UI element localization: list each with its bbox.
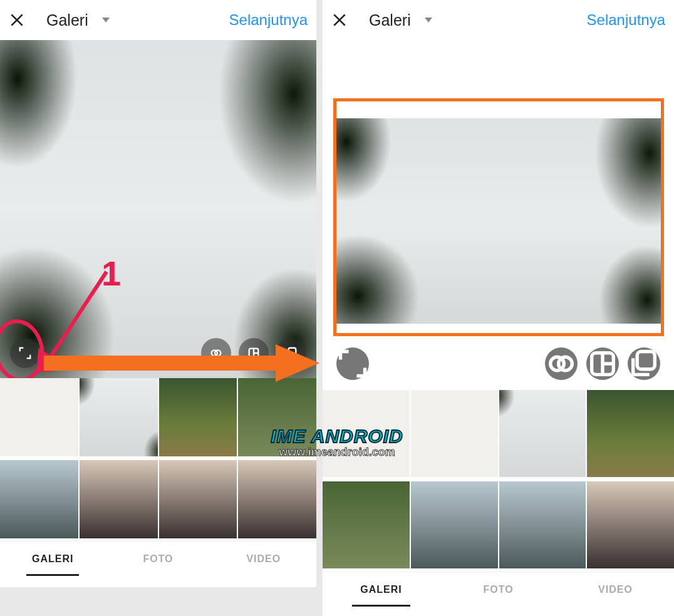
crop-frame-highlight (333, 98, 664, 336)
thumbnail[interactable] (499, 390, 586, 477)
thumbnail[interactable] (159, 460, 237, 538)
multi-select-button[interactable] (628, 347, 660, 380)
expand-crop-button[interactable] (336, 347, 369, 380)
thumbnail-grid (0, 378, 316, 541)
thumbnail[interactable] (80, 378, 158, 456)
svg-rect-1 (288, 348, 296, 356)
image-preview[interactable]: 1 (0, 40, 316, 378)
phone-screen-left: Galeri Selanjutnya 1 (0, 0, 316, 587)
layout-button[interactable] (239, 338, 269, 368)
tab-video[interactable]: VIDEO (211, 542, 316, 576)
tab-video[interactable]: VIDEO (557, 572, 674, 607)
bottom-tabs: GALERI FOTO VIDEO (323, 572, 674, 607)
thumbnail[interactable] (159, 378, 237, 456)
thumbnail[interactable] (587, 390, 674, 477)
thumbnail[interactable] (0, 378, 78, 456)
topbar: Galeri Selanjutnya (323, 0, 674, 40)
phone-screen-right: Galeri Selanjutnya (323, 0, 674, 616)
close-icon[interactable] (9, 12, 25, 28)
preview-tools (323, 336, 674, 380)
thumbnail[interactable] (238, 460, 316, 538)
thumbnail[interactable] (80, 460, 158, 538)
chevron-down-icon (425, 18, 432, 23)
tab-gallery[interactable]: GALERI (0, 542, 105, 576)
topbar-title: Galeri (369, 11, 411, 29)
topbar: Galeri Selanjutnya (0, 0, 316, 40)
preview-photo (0, 40, 316, 378)
svg-rect-4 (637, 351, 655, 369)
layout-button[interactable] (586, 347, 619, 380)
bottom-tabs: GALERI FOTO VIDEO (0, 541, 316, 576)
tab-photo[interactable]: FOTO (105, 542, 210, 576)
boomerang-button[interactable] (545, 347, 578, 380)
thumbnail[interactable] (0, 460, 78, 538)
chevron-down-icon (102, 18, 110, 23)
thumbnail[interactable] (411, 390, 498, 477)
preview-tools (201, 338, 306, 368)
close-icon[interactable] (331, 12, 348, 28)
thumbnail[interactable] (499, 481, 586, 568)
gallery-dropdown[interactable]: Galeri (369, 11, 432, 29)
multi-select-button[interactable] (276, 338, 306, 368)
next-button[interactable]: Selanjutnya (587, 11, 665, 29)
thumbnail[interactable] (238, 378, 316, 456)
thumbnail[interactable] (323, 390, 410, 477)
expand-crop-button[interactable] (10, 338, 40, 368)
thumbnail[interactable] (323, 481, 410, 568)
tab-photo[interactable]: FOTO (440, 572, 557, 607)
preview-photo (336, 118, 661, 324)
gallery-dropdown[interactable]: Galeri (46, 11, 110, 29)
thumbnail[interactable] (411, 481, 498, 568)
image-preview[interactable] (323, 40, 674, 388)
boomerang-button[interactable] (201, 338, 231, 368)
topbar-title: Galeri (46, 11, 88, 29)
tab-gallery[interactable]: GALERI (323, 572, 440, 607)
thumbnail-grid (323, 390, 674, 572)
thumbnail[interactable] (587, 481, 674, 568)
next-button[interactable]: Selanjutnya (229, 11, 308, 29)
